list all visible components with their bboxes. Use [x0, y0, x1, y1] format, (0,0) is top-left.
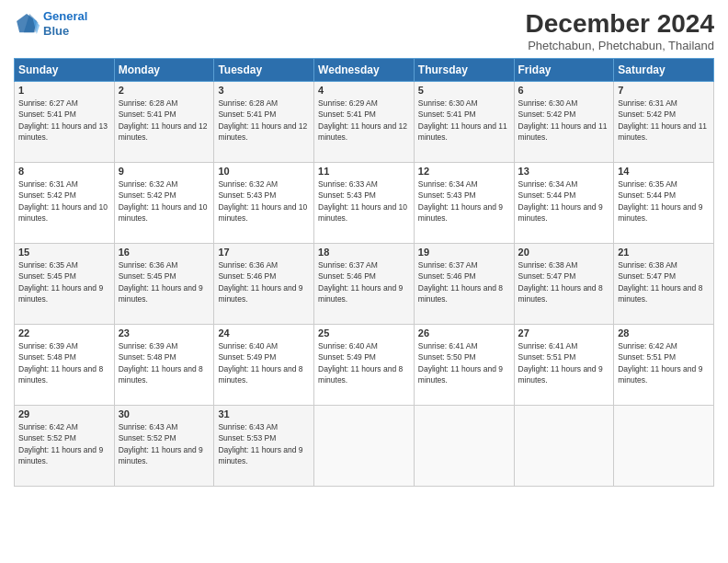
calendar-cell: 22Sunrise: 6:39 AMSunset: 5:48 PMDayligh… [15, 325, 115, 406]
calendar-cell: 7Sunrise: 6:31 AMSunset: 5:42 PMDaylight… [614, 82, 714, 163]
day-info: Sunrise: 6:36 AMSunset: 5:45 PMDaylight:… [119, 259, 210, 304]
weekday-header: Friday [514, 59, 614, 82]
calendar-cell: 20Sunrise: 6:38 AMSunset: 5:47 PMDayligh… [514, 244, 614, 325]
day-number: 21 [618, 247, 710, 258]
day-number: 9 [119, 166, 210, 177]
day-info: Sunrise: 6:42 AMSunset: 5:51 PMDaylight:… [618, 340, 710, 385]
calendar-week-row: 29Sunrise: 6:42 AMSunset: 5:52 PMDayligh… [15, 406, 714, 487]
calendar-cell: 21Sunrise: 6:38 AMSunset: 5:47 PMDayligh… [614, 244, 714, 325]
calendar-cell: 13Sunrise: 6:34 AMSunset: 5:44 PMDayligh… [514, 163, 614, 244]
day-number: 22 [18, 327, 110, 339]
day-info: Sunrise: 6:28 AMSunset: 5:41 PMDaylight:… [218, 98, 310, 143]
day-info: Sunrise: 6:37 AMSunset: 5:46 PMDaylight:… [418, 259, 510, 304]
day-number: 15 [18, 247, 110, 258]
day-info: Sunrise: 6:28 AMSunset: 5:41 PMDaylight:… [119, 98, 210, 143]
calendar-cell: 1Sunrise: 6:27 AMSunset: 5:41 PMDaylight… [15, 82, 115, 163]
day-number: 7 [618, 85, 710, 96]
logo-icon [14, 11, 40, 37]
day-info: Sunrise: 6:32 AMSunset: 5:43 PMDaylight:… [218, 178, 310, 224]
weekday-header: Tuesday [214, 59, 314, 82]
header: General Blue December 2024 Phetchabun, P… [14, 9, 714, 52]
day-number: 13 [518, 166, 610, 177]
calendar-cell: 28Sunrise: 6:42 AMSunset: 5:51 PMDayligh… [614, 325, 714, 406]
day-info: Sunrise: 6:43 AMSunset: 5:52 PMDaylight:… [119, 421, 210, 466]
calendar-cell: 12Sunrise: 6:34 AMSunset: 5:43 PMDayligh… [414, 163, 514, 244]
calendar-cell: 17Sunrise: 6:36 AMSunset: 5:46 PMDayligh… [214, 244, 314, 325]
calendar-cell: 31Sunrise: 6:43 AMSunset: 5:53 PMDayligh… [214, 406, 314, 487]
month-title: December 2024 [526, 9, 714, 39]
day-info: Sunrise: 6:41 AMSunset: 5:51 PMDaylight:… [518, 340, 610, 385]
calendar-cell: 19Sunrise: 6:37 AMSunset: 5:46 PMDayligh… [414, 244, 514, 325]
day-number: 3 [218, 85, 310, 96]
calendar-cell: 26Sunrise: 6:41 AMSunset: 5:50 PMDayligh… [414, 325, 514, 406]
weekday-header-row: SundayMondayTuesdayWednesdayThursdayFrid… [15, 59, 714, 82]
day-info: Sunrise: 6:29 AMSunset: 5:41 PMDaylight:… [318, 98, 410, 143]
day-number: 1 [18, 85, 110, 96]
title-area: December 2024 Phetchabun, Phetchabun, Th… [526, 9, 714, 52]
calendar-cell: 23Sunrise: 6:39 AMSunset: 5:48 PMDayligh… [114, 325, 214, 406]
calendar-cell: 29Sunrise: 6:42 AMSunset: 5:52 PMDayligh… [15, 406, 115, 487]
calendar-cell: 27Sunrise: 6:41 AMSunset: 5:51 PMDayligh… [514, 325, 614, 406]
day-number: 16 [119, 247, 210, 258]
calendar-week-row: 15Sunrise: 6:35 AMSunset: 5:45 PMDayligh… [15, 244, 714, 325]
day-number: 14 [618, 166, 710, 177]
logo-text: General Blue [43, 9, 87, 38]
calendar-cell: 2Sunrise: 6:28 AMSunset: 5:41 PMDaylight… [114, 82, 214, 163]
weekday-header: Monday [114, 59, 214, 82]
day-number: 25 [318, 327, 410, 339]
calendar-cell [414, 406, 514, 487]
day-info: Sunrise: 6:40 AMSunset: 5:49 PMDaylight:… [318, 340, 410, 385]
calendar-cell: 25Sunrise: 6:40 AMSunset: 5:49 PMDayligh… [314, 325, 415, 406]
calendar-cell: 15Sunrise: 6:35 AMSunset: 5:45 PMDayligh… [15, 244, 115, 325]
day-number: 27 [518, 327, 610, 339]
weekday-header: Wednesday [314, 59, 415, 82]
calendar-week-row: 22Sunrise: 6:39 AMSunset: 5:48 PMDayligh… [15, 325, 714, 406]
day-number: 4 [318, 85, 410, 96]
weekday-header: Saturday [614, 59, 714, 82]
day-info: Sunrise: 6:42 AMSunset: 5:52 PMDaylight:… [18, 421, 110, 466]
day-number: 5 [418, 85, 510, 96]
calendar-cell [614, 406, 714, 487]
day-info: Sunrise: 6:35 AMSunset: 5:45 PMDaylight:… [18, 259, 110, 304]
day-info: Sunrise: 6:32 AMSunset: 5:42 PMDaylight:… [119, 178, 210, 224]
page: General Blue December 2024 Phetchabun, P… [0, 0, 728, 563]
day-info: Sunrise: 6:39 AMSunset: 5:48 PMDaylight:… [119, 340, 210, 385]
calendar-cell: 9Sunrise: 6:32 AMSunset: 5:42 PMDaylight… [114, 163, 214, 244]
calendar-cell: 4Sunrise: 6:29 AMSunset: 5:41 PMDaylight… [314, 82, 415, 163]
calendar-cell: 16Sunrise: 6:36 AMSunset: 5:45 PMDayligh… [114, 244, 214, 325]
day-number: 2 [119, 85, 210, 96]
day-info: Sunrise: 6:39 AMSunset: 5:48 PMDaylight:… [18, 340, 110, 385]
day-info: Sunrise: 6:41 AMSunset: 5:50 PMDaylight:… [418, 340, 510, 385]
day-info: Sunrise: 6:31 AMSunset: 5:42 PMDaylight:… [618, 98, 710, 143]
day-number: 23 [119, 327, 210, 339]
day-info: Sunrise: 6:38 AMSunset: 5:47 PMDaylight:… [518, 259, 610, 304]
day-number: 6 [518, 85, 610, 96]
weekday-header: Sunday [15, 59, 115, 82]
day-info: Sunrise: 6:34 AMSunset: 5:44 PMDaylight:… [518, 178, 610, 224]
day-number: 11 [318, 166, 410, 177]
logo-line1: General [43, 9, 87, 23]
calendar-cell: 10Sunrise: 6:32 AMSunset: 5:43 PMDayligh… [214, 163, 314, 244]
day-info: Sunrise: 6:40 AMSunset: 5:49 PMDaylight:… [218, 340, 310, 385]
calendar-cell: 30Sunrise: 6:43 AMSunset: 5:52 PMDayligh… [114, 406, 214, 487]
day-info: Sunrise: 6:27 AMSunset: 5:41 PMDaylight:… [18, 98, 110, 143]
day-number: 24 [218, 327, 310, 339]
day-info: Sunrise: 6:36 AMSunset: 5:46 PMDaylight:… [218, 259, 310, 304]
day-number: 8 [18, 166, 110, 177]
day-info: Sunrise: 6:30 AMSunset: 5:42 PMDaylight:… [518, 98, 610, 143]
calendar-cell: 11Sunrise: 6:33 AMSunset: 5:43 PMDayligh… [314, 163, 415, 244]
day-info: Sunrise: 6:43 AMSunset: 5:53 PMDaylight:… [218, 421, 310, 466]
day-info: Sunrise: 6:35 AMSunset: 5:44 PMDaylight:… [618, 178, 710, 224]
calendar-cell: 8Sunrise: 6:31 AMSunset: 5:42 PMDaylight… [15, 163, 115, 244]
logo: General Blue [14, 9, 87, 38]
subtitle: Phetchabun, Phetchabun, Thailand [526, 39, 714, 52]
day-number: 10 [218, 166, 310, 177]
day-info: Sunrise: 6:33 AMSunset: 5:43 PMDaylight:… [318, 178, 410, 224]
calendar-cell: 18Sunrise: 6:37 AMSunset: 5:46 PMDayligh… [314, 244, 415, 325]
day-number: 30 [119, 408, 210, 419]
day-info: Sunrise: 6:34 AMSunset: 5:43 PMDaylight:… [418, 178, 510, 224]
day-number: 31 [218, 408, 310, 419]
day-number: 18 [318, 247, 410, 258]
calendar-week-row: 1Sunrise: 6:27 AMSunset: 5:41 PMDaylight… [15, 82, 714, 163]
day-number: 12 [418, 166, 510, 177]
